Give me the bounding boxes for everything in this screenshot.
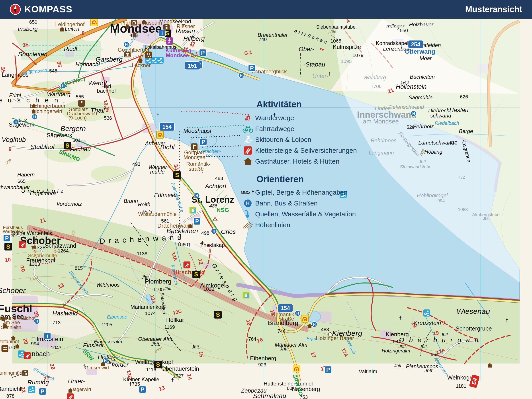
- legend-item-höhenlinien: Höhenlinien: [241, 219, 356, 230]
- parking-icon: P: [139, 386, 146, 393]
- map-label: 1264: [58, 248, 69, 253]
- sbahn-icon: S: [192, 271, 200, 278]
- hut-icon: [32, 246, 36, 249]
- map-label: Eibenberg: [250, 355, 276, 361]
- map-label: Höblingkogel: [417, 193, 448, 198]
- parking-icon: P: [39, 388, 46, 395]
- greenbox-icon: [242, 292, 250, 299]
- map-label: Jhtt.: [394, 364, 403, 368]
- map-label: Kienberg: [386, 331, 409, 337]
- map-label: Steiblhof: [31, 144, 55, 150]
- map-label: 486: [209, 203, 217, 208]
- map-label: 483: [321, 327, 329, 332]
- map-label: 15: [198, 351, 204, 358]
- map-label: †: [328, 72, 331, 76]
- map-label: Mondsee: [166, 53, 189, 58]
- map-label: 1205: [101, 322, 112, 327]
- map-label: Konradskapelle: [376, 41, 412, 46]
- map-label: schwand: [430, 113, 451, 118]
- map-label: 1027: [173, 374, 184, 378]
- map-label: Moar: [420, 56, 432, 61]
- house-icon: [137, 58, 143, 63]
- map-label: see: [205, 153, 213, 158]
- house-icon: [31, 109, 37, 114]
- map-label: 1169: [164, 325, 175, 330]
- map-label: †: [171, 378, 174, 383]
- waterbox-icon: [423, 310, 430, 317]
- map-label: Wildmoos: [96, 282, 120, 287]
- map-label: Riedl: [64, 46, 77, 52]
- map-label: Jhtt.: [330, 30, 339, 34]
- map-label: 740: [259, 37, 267, 42]
- map-label: Jhtt.: [141, 275, 150, 279]
- map-label: Roith: [138, 202, 150, 207]
- map-label: Valtlalm: [359, 369, 377, 374]
- map-label: 1138: [137, 251, 147, 256]
- map-label: 483: [215, 176, 223, 181]
- map-label: †: [201, 241, 204, 246]
- map-label: 923: [258, 362, 266, 367]
- map-label: Oberwang: [405, 49, 435, 55]
- legend-item-gasthäuser-hotels-hütten: Gasthäuser, Hotels & Hütten: [241, 156, 357, 167]
- sbahn-icon: S: [4, 243, 12, 250]
- map-label: Langmann: [369, 150, 394, 155]
- parking-icon: P: [248, 64, 256, 72]
- map-label: Voglhub: [2, 136, 26, 143]
- legend-orientation: Orientieren 885 †Gipfel, Berge & Höhenan…: [241, 174, 356, 230]
- spring-icon: [241, 210, 255, 219]
- house-icon: [125, 24, 130, 29]
- map-label: Theklakap.: [200, 242, 226, 248]
- legend-activities-title: Aktivitäten: [256, 99, 357, 109]
- road-shield-154: 154: [278, 304, 293, 313]
- sbahn-icon: S: [173, 171, 181, 179]
- map-label: Schottergrube: [456, 326, 492, 331]
- map-label: Lametschwand: [418, 140, 454, 146]
- house-icon: [67, 388, 73, 393]
- legend-item-quellen-wasserfälle-vegetation: Quellen, Wasserfälle & Vegetation: [241, 209, 356, 219]
- brand-title: KOMPASS: [24, 4, 72, 15]
- map-label: †735: [129, 382, 140, 386]
- map-label: 1105: [153, 287, 164, 292]
- map-label: 994: [31, 341, 39, 346]
- map-label: Kulmspitze: [333, 44, 361, 50]
- house-icon: [241, 157, 255, 165]
- map-label: Schmalnau: [253, 393, 286, 399]
- map-label: †: [399, 316, 402, 321]
- legend-item-label: Fahrradwege: [255, 125, 294, 133]
- map-label: (9-Loch): [69, 115, 87, 120]
- map-label: 1303: [29, 262, 40, 267]
- house-icon: [141, 19, 147, 24]
- map-label: 626: [460, 95, 468, 99]
- map-label: Schober: [0, 287, 25, 294]
- legend-item-label: Skitouren & Loipen: [255, 136, 311, 143]
- map-label: Achdorf: [205, 183, 227, 189]
- map-label: 665: [18, 179, 26, 184]
- map-label: Haslwald: [52, 310, 78, 317]
- map-label: Weinberg: [363, 75, 386, 80]
- map-label: 27: [43, 375, 50, 381]
- museum-icon: [163, 24, 170, 30]
- purple-walk-icon: [166, 37, 173, 45]
- house-outline-icon: [327, 332, 333, 337]
- map-label: 815: [75, 266, 83, 271]
- map-label: †: [83, 364, 86, 369]
- info-icon: i: [44, 332, 51, 340]
- poi-yellow-icon: [301, 315, 309, 323]
- legend-item-fahrradwege: Fahrradwege: [241, 123, 357, 134]
- map-label: Gries: [221, 229, 236, 235]
- map-label: 1074: [145, 311, 156, 316]
- camp-icon: [212, 217, 218, 221]
- map-label: 34: [173, 164, 179, 171]
- house-outline-icon: [181, 20, 186, 25]
- map-label: Eibenseealm: [94, 339, 122, 344]
- bus-icon: H: [34, 318, 40, 324]
- legend-orientation-title: Orientieren: [256, 174, 356, 184]
- map-label: Schatzwand: [45, 243, 76, 248]
- road-shield-254: 254: [408, 40, 423, 49]
- map-label: 501: [72, 138, 81, 143]
- kompass-logo-icon: [10, 4, 21, 15]
- map-label: 1095: [341, 59, 352, 64]
- map-label: 1065: [330, 38, 341, 44]
- map-label: Vorder-: [111, 362, 130, 367]
- map-label: †: [114, 31, 117, 36]
